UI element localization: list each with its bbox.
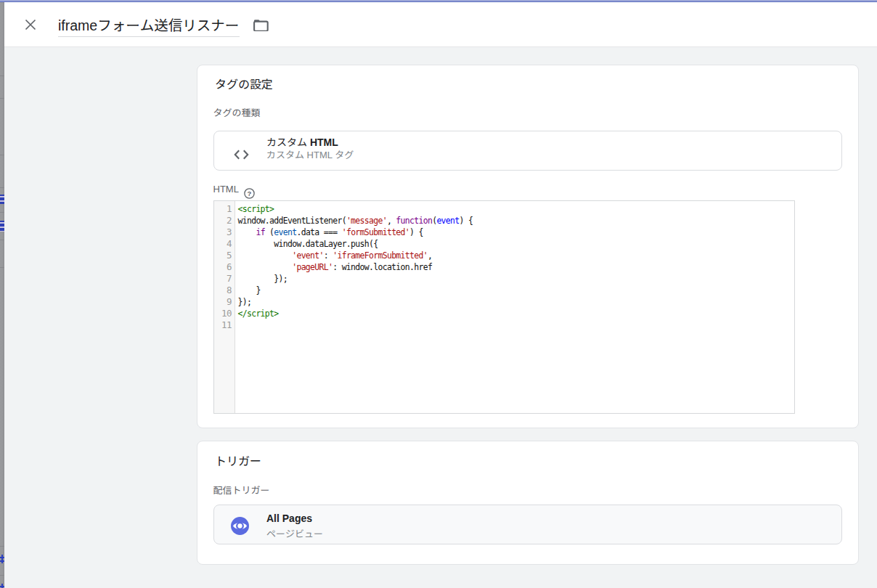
trigger-row-all-pages[interactable]: All Pages ページビュー xyxy=(213,505,842,544)
code-line: window.dataLayer.push({ xyxy=(238,238,378,250)
folder-button[interactable] xyxy=(253,17,272,36)
line-number: 10 xyxy=(214,308,232,319)
code-line: if (event.data === 'formSubmitted') { xyxy=(238,226,423,238)
tag-name-input[interactable] xyxy=(58,12,240,37)
line-number: 3 xyxy=(214,226,232,238)
code-brackets-icon xyxy=(234,150,249,160)
line-number: 8 xyxy=(214,285,232,296)
close-button[interactable] xyxy=(21,15,40,34)
html-code-editor[interactable]: 1234567891011 <script>window.addEventLis… xyxy=(213,200,795,414)
html-field-label: HTML xyxy=(213,181,239,195)
line-number: 11 xyxy=(214,319,232,331)
code-line: window.addEventListener('message', funct… xyxy=(238,215,473,226)
line-number: 7 xyxy=(214,273,232,285)
trigger-name: All Pages xyxy=(266,510,312,525)
help-button[interactable]: ? xyxy=(244,185,255,196)
close-icon xyxy=(21,15,40,34)
line-number: 5 xyxy=(214,250,232,261)
code-line: 'event': 'iframeFormSubmitted', xyxy=(238,250,433,261)
code-line: </script> xyxy=(238,308,279,319)
eye-icon xyxy=(231,517,249,535)
pageview-eye-icon xyxy=(231,517,249,535)
tag-type-label: タグの種類 xyxy=(213,105,261,119)
line-number: 1 xyxy=(214,203,232,215)
line-number: 4 xyxy=(214,238,232,250)
trigger-card: トリガー 配信トリガー All Pages ページビュー xyxy=(197,441,859,565)
tag-card-title: タグの設定 xyxy=(215,75,273,92)
firing-trigger-label: 配信トリガー xyxy=(213,483,270,497)
glyph-stroke xyxy=(1,555,3,563)
gtm-tag-editor-screen: タグの設定 タグの種類 カスタム HTML カスタム HTML タグ HTML … xyxy=(0,0,877,588)
tag-configuration-card: タグの設定 タグの種類 カスタム HTML カスタム HTML タグ HTML … xyxy=(197,65,859,428)
tag-type-selector[interactable]: カスタム HTML カスタム HTML タグ xyxy=(213,131,842,171)
line-number: 6 xyxy=(214,261,232,273)
code-line: }); xyxy=(238,273,287,285)
editor-code-area[interactable]: <script>window.addEventListener('message… xyxy=(236,201,795,413)
tag-type-description: カスタム HTML タグ xyxy=(266,147,354,161)
code-line: }); xyxy=(238,296,252,308)
svg-text:?: ? xyxy=(248,189,252,197)
dialog-header xyxy=(4,2,877,47)
trigger-type: ページビュー xyxy=(266,526,323,540)
code-line: 'pageURL': window.location.href xyxy=(238,261,433,273)
custom-html-code-icon xyxy=(234,146,249,163)
tag-editor-dialog: タグの設定 タグの種類 カスタム HTML カスタム HTML タグ HTML … xyxy=(4,2,877,588)
editor-line-number-gutter: 1234567891011 xyxy=(214,201,235,413)
code-line: } xyxy=(238,285,261,296)
line-number: 9 xyxy=(214,296,232,308)
line-number: 2 xyxy=(214,215,232,226)
folder-icon xyxy=(253,18,269,31)
code-line: <script> xyxy=(238,203,274,215)
help-icon: ? xyxy=(244,188,255,199)
trigger-card-title: トリガー xyxy=(215,452,261,469)
